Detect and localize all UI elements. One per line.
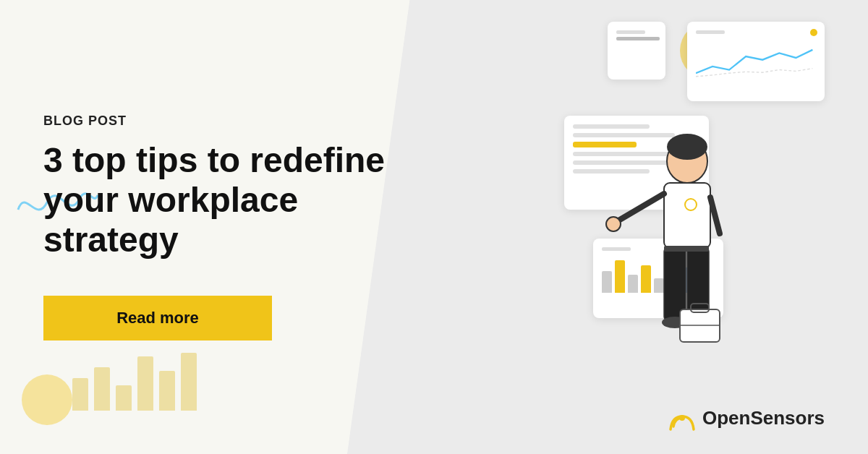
card-accent-dot: [810, 29, 817, 36]
read-more-button[interactable]: Read more: [43, 296, 272, 340]
svg-line-3: [615, 194, 664, 223]
main-title: 3 top tips to redefine your workplace st…: [43, 140, 391, 260]
blog-post-label: BLOG POST: [43, 113, 391, 129]
title-line-2: your workplace strategy: [43, 181, 298, 259]
line-chart-svg: [696, 40, 816, 83]
page-container: BLOG POST 3 top tips to redefine your wo…: [0, 0, 868, 454]
logo-text: OpenSensors: [702, 407, 825, 429]
small-card-line-1: [616, 30, 645, 34]
title-line-1: 3 top tips to redefine: [43, 141, 385, 179]
svg-point-15: [679, 415, 685, 421]
line-chart-card: [687, 22, 825, 101]
card-header-line: [696, 30, 725, 34]
small-top-card: [608, 22, 665, 80]
svg-rect-13: [664, 246, 709, 252]
svg-rect-2: [664, 183, 710, 248]
opensensors-logo: OpenSensors: [668, 403, 825, 432]
right-content-area: [376, 0, 868, 454]
svg-point-1: [667, 134, 707, 160]
svg-line-5: [710, 197, 720, 234]
left-content-area: BLOG POST 3 top tips to redefine your wo…: [43, 0, 391, 454]
person-illustration: [586, 121, 760, 396]
signal-icon: [668, 403, 697, 432]
small-card-line-2: [616, 37, 660, 40]
svg-point-4: [606, 217, 621, 231]
